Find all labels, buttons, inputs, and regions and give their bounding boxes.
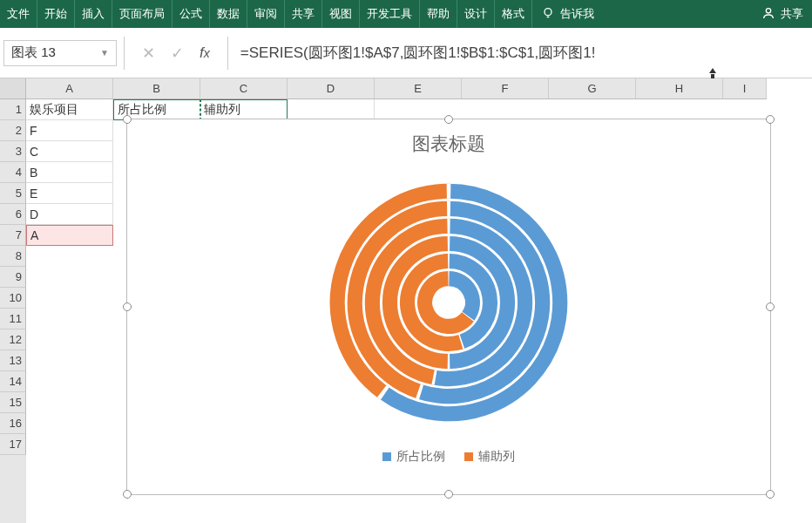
chart-title[interactable]: 图表标题 (127, 119, 770, 163)
chart-resize-handle[interactable] (123, 115, 132, 124)
cell-a2[interactable]: F (26, 120, 113, 141)
row-header-4[interactable]: 4 (0, 162, 26, 183)
cancel-icon[interactable]: ✕ (142, 44, 155, 63)
row-header-6[interactable]: 6 (0, 204, 26, 225)
cell-a1[interactable]: 娱乐项目 (26, 99, 113, 120)
cell-a6[interactable]: D (26, 204, 113, 225)
legend-swatch-blue (382, 452, 391, 461)
row-header-3[interactable]: 3 (0, 141, 26, 162)
col-header-c[interactable]: C (200, 78, 288, 99)
tab-page-layout[interactable]: 页面布局 (112, 0, 173, 28)
svg-point-0 (545, 8, 551, 15)
row-header-5[interactable]: 5 (0, 183, 26, 204)
name-box-value: 图表 13 (11, 44, 56, 61)
cell-a3[interactable]: C (26, 141, 113, 162)
legend-label-1: 所占比例 (396, 449, 445, 465)
fx-icon[interactable]: fx (200, 44, 210, 62)
row-header-16[interactable]: 16 (0, 413, 26, 434)
chart-legend[interactable]: 所占比例 辅助列 (127, 442, 770, 465)
name-box[interactable]: 图表 13 ▼ (3, 40, 117, 66)
col-header-h[interactable]: H (636, 78, 723, 99)
spreadsheet-grid[interactable]: 1 2 3 4 5 6 7 8 9 10 11 12 13 14 15 16 1… (0, 78, 812, 523)
chevron-down-icon[interactable]: ▼ (100, 48, 109, 58)
row-header-12[interactable]: 12 (0, 329, 26, 350)
tell-me-label: 告诉我 (560, 6, 594, 22)
col-header-a[interactable]: A (26, 78, 113, 99)
ribbon: 文件 开始 插入 页面布局 公式 数据 审阅 共享 视图 开发工具 帮助 设计 … (0, 0, 812, 28)
row-header-13[interactable]: 13 (0, 350, 26, 371)
sheet-body[interactable]: A B C D E F G H I 娱乐项目 所占比例 辅助列 F C B E … (26, 78, 812, 523)
col-header-i[interactable]: I (723, 78, 767, 99)
tab-review[interactable]: 审阅 (247, 0, 285, 28)
tab-share[interactable]: 共享 (285, 0, 322, 28)
tab-home[interactable]: 开始 (37, 0, 75, 28)
cell-a7[interactable]: A (26, 225, 113, 246)
cell-a4[interactable]: B (26, 162, 113, 183)
tab-developer[interactable]: 开发工具 (360, 0, 420, 28)
chart-resize-handle[interactable] (766, 302, 775, 311)
enter-icon[interactable]: ✓ (171, 44, 184, 63)
col-header-f[interactable]: F (462, 78, 549, 99)
tab-help[interactable]: 帮助 (420, 0, 457, 28)
select-all-corner[interactable] (0, 78, 26, 99)
row-header-9[interactable]: 9 (0, 267, 26, 288)
row-header-15[interactable]: 15 (0, 392, 26, 413)
row-header-10[interactable]: 10 (0, 288, 26, 309)
formula-buttons: ✕ ✓ fx (132, 44, 220, 63)
row-header-14[interactable]: 14 (0, 371, 26, 392)
tab-formulas[interactable]: 公式 (173, 0, 210, 28)
share-button[interactable]: 共享 (753, 6, 812, 23)
legend-label-2: 辅助列 (478, 449, 515, 465)
row-headers: 1 2 3 4 5 6 7 8 9 10 11 12 13 14 15 16 1… (0, 78, 26, 523)
chart-resize-handle[interactable] (766, 115, 775, 124)
tab-format[interactable]: 格式 (495, 0, 532, 28)
chart-resize-handle[interactable] (444, 490, 453, 499)
col-header-g[interactable]: G (549, 78, 636, 99)
legend-item-2[interactable]: 辅助列 (464, 449, 515, 465)
chart-plot-area[interactable] (127, 163, 770, 442)
cell-c1[interactable]: 辅助列 (200, 99, 288, 120)
formula-input[interactable] (235, 40, 809, 66)
chart-resize-handle[interactable] (444, 115, 453, 124)
chart-resize-handle[interactable] (123, 490, 132, 499)
chart-resize-handle[interactable] (123, 302, 132, 311)
formula-bar: 图表 13 ▼ ✕ ✓ fx (0, 28, 812, 78)
tab-design[interactable]: 设计 (457, 0, 495, 28)
chart-resize-handle[interactable] (766, 490, 775, 499)
tab-view[interactable]: 视图 (322, 0, 360, 28)
tell-me-box[interactable]: 告诉我 (532, 6, 603, 23)
row-header-8[interactable]: 8 (0, 246, 26, 267)
lightbulb-icon (541, 6, 555, 23)
svg-point-1 (766, 8, 770, 12)
tab-insert[interactable]: 插入 (75, 0, 112, 28)
tab-data[interactable]: 数据 (210, 0, 247, 28)
row-header-17[interactable]: 17 (0, 434, 26, 455)
col-header-d[interactable]: D (288, 78, 375, 99)
chart-object[interactable]: 图表标题 所占比例 辅助列 (126, 119, 771, 495)
share-label: 共享 (781, 6, 803, 22)
col-header-b[interactable]: B (113, 78, 200, 99)
row-header-7[interactable]: 7 (0, 225, 26, 246)
doughnut-chart-svg (322, 176, 575, 429)
row-header-1[interactable]: 1 (0, 99, 26, 120)
tab-file[interactable]: 文件 (0, 0, 37, 28)
legend-item-1[interactable]: 所占比例 (382, 449, 445, 465)
col-header-e[interactable]: E (375, 78, 462, 99)
row-header-2[interactable]: 2 (0, 120, 26, 141)
cell-a5[interactable]: E (26, 183, 113, 204)
row-header-11[interactable]: 11 (0, 309, 26, 329)
legend-swatch-orange (464, 452, 473, 461)
cell-d1[interactable] (288, 99, 375, 120)
column-headers: A B C D E F G H I (26, 78, 812, 99)
person-icon (761, 6, 775, 23)
